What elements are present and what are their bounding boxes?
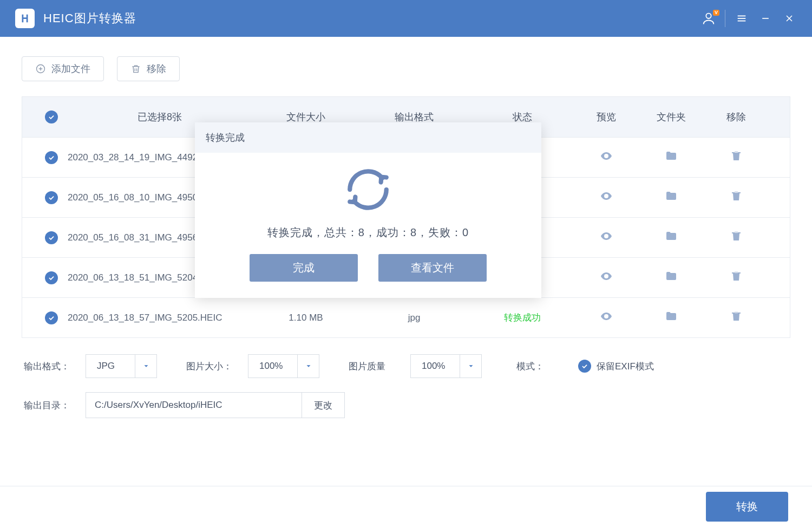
titlebar: HEIC图片转换器 V [0,0,812,37]
folder-icon[interactable] [665,149,678,162]
col-header-format: 输出格式 [360,110,468,123]
mode-value: 保留EXIF模式 [597,360,654,373]
preview-icon[interactable] [600,230,613,243]
remove-label: 移除 [147,62,166,75]
file-status: 转换成功 [468,311,577,324]
options-panel: 输出格式： JPG 图片大小： 100% 图片质量 100% 模式： 保留EXI… [22,338,790,418]
trash-icon [130,63,141,74]
select-all-checkbox[interactable] [45,110,58,123]
file-format: jpg [360,313,468,323]
delete-icon[interactable] [730,190,743,203]
modal-title: 转换完成 [195,122,541,153]
toolbar: 添加文件 移除 [22,56,790,81]
format-label: 输出格式： [24,360,73,373]
modal-message: 转换完成，总共：8，成功：8，失败：0 [211,225,525,240]
add-files-label: 添加文件 [51,62,90,75]
row-checkbox[interactable] [45,151,58,164]
size-label: 图片大小： [186,360,235,373]
quality-label: 图片质量 [349,360,397,373]
col-header-folder: 文件夹 [636,110,706,123]
folder-icon[interactable] [665,310,678,323]
change-dir-button[interactable]: 更改 [302,392,345,418]
delete-icon[interactable] [730,230,743,243]
done-button[interactable]: 完成 [250,254,358,282]
delete-icon[interactable] [730,310,743,323]
outdir-input[interactable]: C:/Users/XvYen/Desktop/iHEIC [86,392,302,418]
convert-button[interactable]: 转换 [706,492,788,522]
account-icon[interactable]: V [697,6,721,30]
col-header-preview: 预览 [577,110,636,123]
format-select[interactable]: JPG [86,354,157,378]
remove-button[interactable]: 移除 [117,56,180,81]
preview-icon[interactable] [600,310,613,323]
menu-icon[interactable] [730,6,754,30]
chevron-down-icon [135,355,156,378]
minimize-icon[interactable] [754,6,777,30]
preview-icon[interactable] [600,190,613,203]
row-checkbox[interactable] [45,271,58,284]
folder-icon[interactable] [665,230,678,243]
row-checkbox[interactable] [45,231,58,244]
size-select[interactable]: 100% [248,354,319,378]
preview-icon[interactable] [600,270,613,283]
chevron-down-icon [460,355,481,378]
delete-icon[interactable] [730,270,743,283]
refresh-icon [342,164,394,216]
close-icon[interactable] [777,6,801,30]
app-logo [15,9,35,28]
svg-point-0 [706,14,711,18]
size-value: 100% [248,361,297,372]
add-files-button[interactable]: 添加文件 [22,56,104,81]
table-row: 2020_06_13_18_57_IMG_5205.HEIC 1.10 MB j… [22,297,790,337]
vip-badge: V [713,10,719,16]
app-title: HEIC图片转换器 [43,10,136,27]
quality-select[interactable]: 100% [410,354,482,378]
format-value: JPG [86,361,135,372]
preview-icon[interactable] [600,149,613,162]
footer: 转换 [0,486,812,527]
check-icon [578,360,591,373]
delete-icon[interactable] [730,149,743,162]
folder-icon[interactable] [665,270,678,283]
col-header-size: 文件大小 [252,110,360,123]
row-checkbox[interactable] [45,191,58,204]
col-header-name: 已选择8张 [68,110,252,123]
outdir-label: 输出目录： [24,399,73,412]
file-size: 1.10 MB [252,313,360,323]
plus-circle-icon [35,63,46,74]
quality-value: 100% [411,361,460,372]
col-header-status: 状态 [468,110,577,123]
completion-modal: 转换完成 转换完成，总共：8，成功：8，失败：0 完成 查看文件 [195,122,541,298]
view-files-button[interactable]: 查看文件 [378,254,487,282]
divider [725,10,725,27]
chevron-down-icon [297,355,319,378]
mode-label: 模式： [516,360,565,373]
col-header-remove: 移除 [706,110,766,123]
file-name: 2020_06_13_18_57_IMG_5205.HEIC [68,313,252,323]
folder-icon[interactable] [665,190,678,203]
row-checkbox[interactable] [45,311,58,324]
mode-checkbox[interactable]: 保留EXIF模式 [578,360,654,373]
